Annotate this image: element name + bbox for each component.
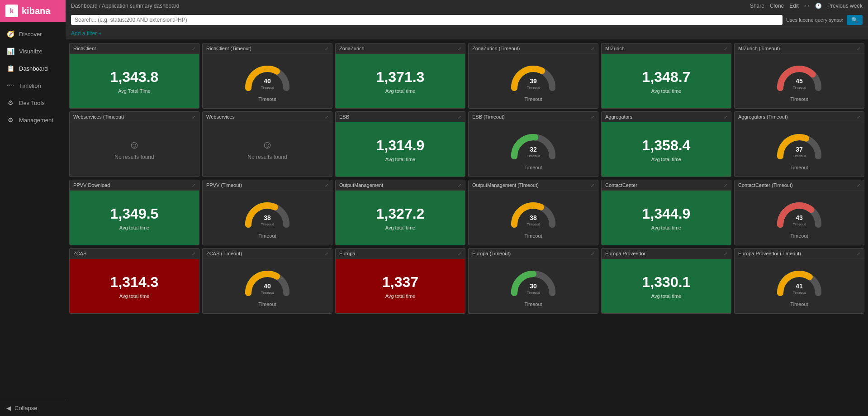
searchbar: Uses lucene query syntax 🔍 xyxy=(66,12,868,28)
expand-icon[interactable]: ⤢ xyxy=(458,46,461,51)
panel-webservices-timeout: Webservices (Timeout) ⤢ ☺ No results fou… xyxy=(69,111,199,177)
sidebar-item-label-visualize: Visualize xyxy=(19,48,43,55)
gauge-label: Timeout xyxy=(258,96,276,102)
discover-icon: 🧭 xyxy=(6,30,14,38)
expand-icon[interactable]: ⤢ xyxy=(458,251,461,256)
main-content: Dashboard / Application summary dashboar… xyxy=(66,0,868,416)
metric-label: Avg total time xyxy=(119,225,149,230)
metric-value: 1,344.9 xyxy=(642,206,691,222)
panel-title: Aggregators (Timeout) xyxy=(738,114,788,120)
svg-text:38: 38 xyxy=(264,214,271,221)
metric-label: Avg total time xyxy=(385,293,415,299)
expand-icon[interactable]: ⤢ xyxy=(724,115,727,120)
svg-text:Timeout: Timeout xyxy=(261,291,274,295)
gauge-label: Timeout xyxy=(524,96,542,102)
panel-ppvv-timeout: PPVV (Timeout) ⤢ 38 Timeout Timeout xyxy=(202,180,332,245)
dashboard-grid: RichClient ⤢ 1,343.8 Avg Total Time Rich… xyxy=(66,39,868,416)
search-input[interactable] xyxy=(75,17,779,23)
expand-icon[interactable]: ⤢ xyxy=(857,183,860,188)
panel-header: ZCAS (Timeout) ⤢ xyxy=(203,249,332,259)
panel-header: RichClient (Timeout) ⤢ xyxy=(203,43,332,54)
no-results-icon: ☺ xyxy=(262,139,273,151)
edit-button[interactable]: Edit xyxy=(789,3,799,9)
expand-icon[interactable]: ⤢ xyxy=(192,183,195,188)
breadcrumb-dashboard[interactable]: Dashboard xyxy=(71,3,98,9)
svg-text:41: 41 xyxy=(796,282,803,290)
sidebar-item-timelion[interactable]: 〰 Timelion xyxy=(0,77,66,94)
expand-icon[interactable]: ⤢ xyxy=(325,251,328,256)
expand-icon[interactable]: ⤢ xyxy=(857,46,860,51)
panel-title: ZCAS (Timeout) xyxy=(206,251,242,256)
clock-icon: 🕐 xyxy=(815,3,822,9)
nav-forward-button[interactable]: › xyxy=(808,3,810,9)
expand-icon[interactable]: ⤢ xyxy=(591,115,594,120)
collapse-button[interactable]: ◀ Collapse xyxy=(6,405,59,411)
search-hint: Uses lucene query syntax xyxy=(786,17,843,23)
breadcrumb-separator: / xyxy=(99,3,100,9)
expand-icon[interactable]: ⤢ xyxy=(591,251,594,256)
expand-icon[interactable]: ⤢ xyxy=(325,46,328,51)
expand-icon[interactable]: ⤢ xyxy=(192,115,195,120)
metric-value: 1,330.1 xyxy=(642,274,691,291)
gauge-label: Timeout xyxy=(258,301,276,307)
sidebar-item-visualize[interactable]: 📊 Visualize xyxy=(0,43,66,60)
expand-icon[interactable]: ⤢ xyxy=(724,251,727,256)
topbar: Dashboard / Application summary dashboar… xyxy=(66,0,868,12)
sidebar-item-label-dashboard: Dashboard xyxy=(19,65,48,72)
expand-icon[interactable]: ⤢ xyxy=(857,251,860,256)
expand-icon[interactable]: ⤢ xyxy=(591,46,594,51)
nav-back-button[interactable]: ‹ xyxy=(804,3,806,9)
panel-header: PPVV (Timeout) ⤢ xyxy=(203,180,332,191)
panel-title: RichClient xyxy=(73,46,96,51)
panel-header: Europa Proveedor (Timeout) ⤢ xyxy=(735,249,864,259)
sidebar-item-dashboard[interactable]: 📋 Dashboard xyxy=(0,60,66,77)
expand-icon[interactable]: ⤢ xyxy=(724,46,727,51)
expand-icon[interactable]: ⤢ xyxy=(591,183,594,188)
add-filter-button[interactable]: Add a filter + xyxy=(71,30,102,37)
clone-button[interactable]: Clone xyxy=(770,3,784,9)
gauge-label: Timeout xyxy=(790,233,808,239)
svg-text:Timeout: Timeout xyxy=(527,154,540,158)
previous-week-button[interactable]: Previous week xyxy=(827,3,863,9)
panel-header: Europa ⤢ xyxy=(336,249,465,259)
sidebar-item-management[interactable]: ⚙ Management xyxy=(0,111,66,129)
panel-zcas: ZCAS ⤢ 1,314.3 Avg total time xyxy=(69,248,199,314)
devtools-icon: ⚙ xyxy=(6,99,14,107)
expand-icon[interactable]: ⤢ xyxy=(724,183,727,188)
gauge-label: Timeout xyxy=(790,301,808,307)
panel-esb: ESB ⤢ 1,314.9 Avg total time xyxy=(335,111,465,177)
search-button[interactable]: 🔍 xyxy=(847,15,863,25)
search-input-wrap xyxy=(71,15,783,25)
panel-zonazurich-timeout: ZonaZurich (Timeout) ⤢ 39 Timeout Timeou… xyxy=(468,43,598,109)
share-button[interactable]: Share xyxy=(750,3,764,9)
panel-zcas-timeout: ZCAS (Timeout) ⤢ 40 Timeout Timeout xyxy=(202,248,332,314)
metric-label: Avg total time xyxy=(651,157,681,162)
panel-header: ContactCenter ⤢ xyxy=(602,180,731,191)
panel-europa-timeout: Europa (Timeout) ⤢ 30 Timeout Timeout xyxy=(468,248,598,314)
gauge-label: Timeout xyxy=(524,233,542,239)
panel-title: PPVV (Timeout) xyxy=(206,182,242,188)
sidebar-item-discover[interactable]: 🧭 Discover xyxy=(0,25,66,43)
breadcrumb: Dashboard / Application summary dashboar… xyxy=(71,3,180,9)
sidebar-item-label-discover: Discover xyxy=(19,31,42,38)
no-results-text: No results found xyxy=(247,154,287,160)
expand-icon[interactable]: ⤢ xyxy=(857,115,860,120)
panel-zonazurich: ZonaZurich ⤢ 1,371.3 Avg total time xyxy=(335,43,465,109)
expand-icon[interactable]: ⤢ xyxy=(192,251,195,256)
panel-title: ZonaZurich xyxy=(339,46,365,51)
expand-icon[interactable]: ⤢ xyxy=(325,115,328,120)
panel-header: MIZurich (Timeout) ⤢ xyxy=(735,43,864,54)
metric-label: Avg total time xyxy=(651,225,681,230)
collapse-label: Collapse xyxy=(14,405,38,411)
svg-text:Timeout: Timeout xyxy=(527,222,540,226)
svg-text:Timeout: Timeout xyxy=(793,222,806,226)
expand-icon[interactable]: ⤢ xyxy=(192,46,195,51)
expand-icon[interactable]: ⤢ xyxy=(458,183,461,188)
panel-aggregators-timeout: Aggregators (Timeout) ⤢ 37 Timeout Timeo… xyxy=(734,111,864,177)
expand-icon[interactable]: ⤢ xyxy=(458,115,461,120)
dashboard-icon: 📋 xyxy=(6,64,14,72)
metric-value: 1,371.3 xyxy=(376,69,425,86)
expand-icon[interactable]: ⤢ xyxy=(325,183,328,188)
metric-value: 1,349.5 xyxy=(110,206,159,222)
sidebar-item-devtools[interactable]: ⚙ Dev Tools xyxy=(0,94,66,111)
